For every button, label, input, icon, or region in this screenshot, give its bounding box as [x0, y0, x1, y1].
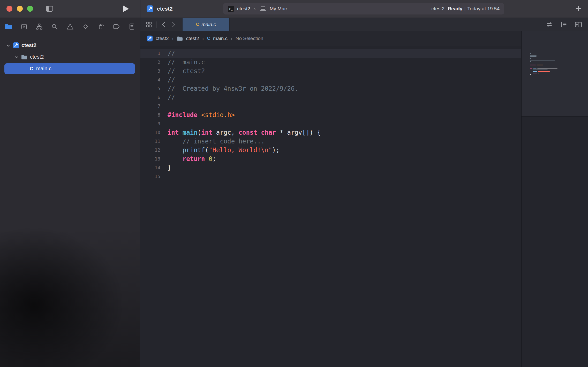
xcode-project-icon	[13, 42, 19, 49]
chevron-right-icon: ›	[202, 36, 204, 42]
code-line-12[interactable]: 12 printf("Hello, World!\n");	[140, 146, 521, 155]
c-file-icon: C	[196, 22, 199, 27]
jumpbar-crumb-file[interactable]: main.c	[213, 36, 228, 41]
tabbar-divider	[156, 21, 157, 28]
chevron-right-icon: ›	[253, 6, 256, 12]
code-line-15[interactable]: 15	[140, 172, 521, 181]
line-number: 3	[140, 67, 160, 75]
status-time-label: Today at 19:54	[467, 6, 500, 12]
folder-icon	[21, 54, 28, 60]
editor-area: C main.c ctest2 › ctest2 ›	[140, 18, 588, 367]
c-file-icon: C	[207, 36, 210, 41]
terminal-scheme-icon: >_	[228, 6, 234, 12]
tree-item-label: ctest2	[30, 54, 44, 60]
jumpbar-crumb-selection[interactable]: No Selection	[236, 36, 263, 41]
toggle-sidebar-icon[interactable]	[45, 4, 54, 13]
scheme-status-widget: >_ ctest2 › My Mac ctest2: Ready | Today…	[223, 3, 504, 14]
status-separator: |	[464, 6, 465, 12]
tab-label: main.c	[201, 22, 216, 27]
add-library-icon[interactable]	[575, 5, 582, 12]
chevron-right-icon: ›	[230, 36, 233, 42]
scheme-selector[interactable]: ctest2	[237, 6, 250, 12]
add-editor-icon[interactable]	[575, 21, 582, 28]
navigator-tab-bar	[0, 20, 140, 33]
status-project-label: ctest2:	[431, 6, 446, 12]
go-forward-icon[interactable]	[171, 21, 176, 28]
source-control-navigator-icon[interactable]	[20, 23, 28, 30]
line-number: 1	[140, 49, 160, 58]
code-line-4[interactable]: 4//	[140, 75, 521, 84]
jumpbar-crumb-project[interactable]: ctest2	[156, 36, 169, 41]
navigator-sidebar: ctest2 ctest2 C main.c	[0, 18, 140, 367]
project-navigator-icon[interactable]	[5, 23, 12, 30]
status-state-label: Ready	[448, 6, 462, 12]
code-line-3[interactable]: 3// ctest2	[140, 67, 521, 75]
jumpbar-crumb-group[interactable]: ctest2	[186, 36, 199, 41]
zoom-window-button[interactable]	[27, 6, 33, 12]
tab-main-c[interactable]: C main.c	[182, 18, 230, 31]
minimap-lines	[530, 53, 585, 77]
tab-overview-icon[interactable]	[146, 21, 152, 28]
run-button[interactable]	[123, 5, 129, 13]
jump-bar: ctest2 › ctest2 › C main.c › No Selectio…	[140, 31, 521, 46]
minimize-window-button[interactable]	[17, 6, 23, 12]
close-window-button[interactable]	[6, 6, 12, 12]
report-navigator-icon[interactable]	[128, 23, 135, 30]
find-navigator-icon[interactable]	[51, 23, 58, 30]
debug-navigator-icon[interactable]	[97, 23, 104, 30]
code-line-11[interactable]: 11 // insert code here...	[140, 137, 521, 146]
project-navigator-tree: ctest2 ctest2 C main.c	[0, 40, 140, 74]
line-number: 6	[140, 93, 160, 102]
code-line-9[interactable]: 9	[140, 119, 521, 128]
activity-status[interactable]: ctest2: Ready | Today at 19:54	[431, 6, 500, 12]
destination-selector[interactable]: My Mac	[270, 6, 287, 12]
code-line-1[interactable]: 1//	[140, 49, 521, 58]
line-number: 11	[140, 137, 160, 146]
code-line-10[interactable]: 10int main(int argc, const char * argv[]…	[140, 128, 521, 137]
line-number: 7	[140, 102, 160, 111]
adjust-editor-options-icon[interactable]	[560, 21, 567, 28]
line-number: 13	[140, 155, 160, 163]
selected-row-highlight: C main.c	[4, 63, 135, 74]
breakpoint-navigator-icon[interactable]	[112, 23, 120, 30]
code-line-14[interactable]: 14}	[140, 163, 521, 172]
tree-item-group[interactable]: ctest2	[0, 51, 140, 63]
code-lines[interactable]: 1//2// main.c3// ctest24//5// Created by…	[140, 46, 521, 367]
code-line-8[interactable]: 8#include <stdio.h>	[140, 111, 521, 119]
code-line-7[interactable]: 7	[140, 102, 521, 111]
code-review-icon[interactable]	[546, 21, 553, 28]
line-number: 15	[140, 172, 160, 181]
test-navigator-icon[interactable]	[82, 23, 89, 30]
code-line-5[interactable]: 5// Created by 4nsw3r on 2022/9/26.	[140, 84, 521, 93]
folder-icon	[177, 36, 183, 41]
tree-item-label: main.c	[36, 66, 51, 72]
go-back-icon[interactable]	[161, 21, 167, 28]
editor-tab-bar: C main.c	[140, 18, 588, 31]
disclosure-chevron-icon[interactable]	[6, 43, 10, 48]
symbol-navigator-icon[interactable]	[36, 23, 43, 30]
line-number: 4	[140, 75, 160, 84]
minimap-panel[interactable]	[521, 31, 588, 367]
code-line-6[interactable]: 6//	[140, 93, 521, 102]
c-file-icon: C	[30, 66, 33, 72]
toolbar-divider	[140, 0, 140, 18]
xcode-project-icon	[147, 35, 153, 42]
toolbar-project-title: ctest2	[157, 6, 173, 12]
line-number: 9	[140, 119, 160, 128]
minimap-line	[530, 75, 585, 77]
mac-destination-icon	[259, 6, 267, 12]
xcode-project-icon	[146, 5, 154, 12]
tree-item-label: ctest2	[21, 42, 36, 48]
disclosure-chevron-icon[interactable]	[14, 55, 19, 59]
line-number: 2	[140, 58, 160, 67]
code-line-2[interactable]: 2// main.c	[140, 58, 521, 67]
tree-item-main-c[interactable]: C main.c	[0, 63, 140, 74]
line-number: 5	[140, 84, 160, 93]
line-number: 12	[140, 146, 160, 155]
code-line-13[interactable]: 13 return 0;	[140, 155, 521, 163]
window-toolbar: ctest2 >_ ctest2 › My Mac ctest2: Ready …	[0, 0, 588, 18]
line-number: 10	[140, 128, 160, 137]
issue-navigator-icon[interactable]	[66, 23, 74, 30]
tree-item-project[interactable]: ctest2	[0, 40, 140, 51]
chevron-right-icon: ›	[172, 36, 174, 42]
